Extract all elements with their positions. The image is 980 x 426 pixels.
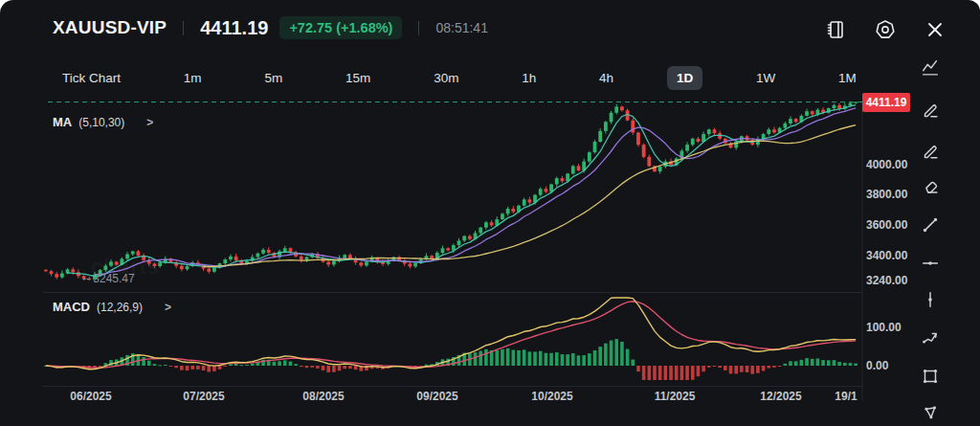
eraser-tool-button[interactable] [916, 172, 945, 201]
trading-chart-window: charts XAUUSD-VIP 4411.19 +72.75 (+1.68%… [0, 0, 980, 426]
timeframe-tab-30m[interactable]: 30m [424, 66, 468, 90]
timeframe-tab-1m[interactable]: 1m [174, 66, 212, 90]
ma-indicator-name: MA [53, 115, 72, 129]
pencil-edit-icon [920, 99, 941, 120]
timeframe-tab-1d[interactable]: 1D [667, 66, 702, 90]
price-axis-label: 3400.00 [866, 249, 916, 262]
price-axis-label: 3800.00 [866, 188, 916, 201]
vertical-line-tool-button[interactable] [916, 285, 945, 314]
date-axis-label: 19/1 [813, 390, 880, 403]
polygon-icon [920, 402, 941, 423]
eraser-icon [920, 176, 941, 197]
horizontal-line-icon [920, 253, 941, 274]
macd-indicator-params: (12,26,9) [97, 301, 143, 314]
low-price-marker: -- 3245.47 [82, 272, 135, 285]
last-price-badge: 4411.19 [862, 93, 910, 112]
date-axis-label: 11/2025 [641, 390, 708, 403]
wave-arrow-tool-button[interactable] [916, 324, 945, 352]
ma-indicator-label[interactable]: MA (5,10,30) > [53, 115, 153, 129]
settings-icon [874, 18, 897, 41]
timeframe-tab-1h[interactable]: 1h [512, 66, 546, 90]
timeframe-tab-1w[interactable]: 1W [746, 66, 785, 90]
close-icon [924, 18, 947, 41]
date-axis-label: 08/2025 [290, 390, 357, 403]
timeframe-tab-1m-month[interactable]: 1M [829, 66, 866, 90]
last-price: 4411.19 [200, 17, 268, 39]
timeframe-tab-4h[interactable]: 4h [590, 66, 623, 90]
rectangle-tool-button[interactable] [916, 362, 945, 391]
polygon-tool-button[interactable] [916, 398, 945, 426]
macd-indicator-label[interactable]: MACD (12,26,9) > [53, 300, 171, 314]
macd-axis-label: 100.00 [866, 321, 916, 334]
price-axis-label: 4000.00 [866, 158, 916, 171]
journal-button[interactable] [824, 18, 847, 41]
chevron-right-icon[interactable]: > [146, 116, 153, 129]
timeframe-tab-tick-chart[interactable]: Tick Chart [53, 66, 130, 90]
date-axis-label: 07/2025 [170, 390, 237, 403]
rectangle-icon [920, 366, 941, 387]
pencil-draw-tool-button[interactable] [916, 136, 945, 165]
price-axis-label: 3240.00 [866, 274, 916, 287]
header-divider [418, 21, 419, 35]
date-axis-label: 06/2025 [57, 390, 124, 403]
indicator-chart-icon [920, 57, 941, 78]
date-axis-label: 10/2025 [519, 390, 586, 403]
close-button[interactable] [924, 18, 947, 41]
date-axis-label: 09/2025 [404, 390, 471, 403]
settings-button[interactable] [874, 18, 897, 41]
ma-indicator-params: (5,10,30) [78, 116, 124, 129]
pencil-draw-icon [920, 140, 941, 161]
wave-arrow-icon [920, 327, 941, 348]
timeframe-tab-15m[interactable]: 15m [336, 66, 380, 90]
pencil-edit-tool-button[interactable] [916, 95, 945, 123]
symbol-name: XAUUSD-VIP [53, 17, 167, 38]
server-time: 08:51:41 [435, 20, 488, 35]
trend-line-icon [920, 214, 941, 235]
date-axis-label: 12/2025 [747, 390, 814, 403]
chevron-right-icon[interactable]: > [165, 301, 171, 314]
indicator-chart-tool-button[interactable] [916, 54, 945, 82]
horizontal-line-tool-button[interactable] [916, 249, 945, 278]
timeframe-bar: Tick Chart 1m 5m 15m 30m 1h 4h 1D 1W 1M [53, 59, 866, 96]
journal-icon [824, 18, 847, 41]
trend-line-tool-button[interactable] [916, 211, 945, 239]
vertical-line-icon [920, 289, 941, 310]
timeframe-tab-5m[interactable]: 5m [255, 66, 292, 90]
macd-axis-label: 0.00 [866, 359, 916, 372]
price-change-badge: +72.75 (+1.68%) [279, 16, 402, 39]
macd-indicator-name: MACD [53, 300, 90, 314]
header-divider [183, 21, 184, 35]
price-axis-label: 3600.00 [866, 218, 916, 232]
